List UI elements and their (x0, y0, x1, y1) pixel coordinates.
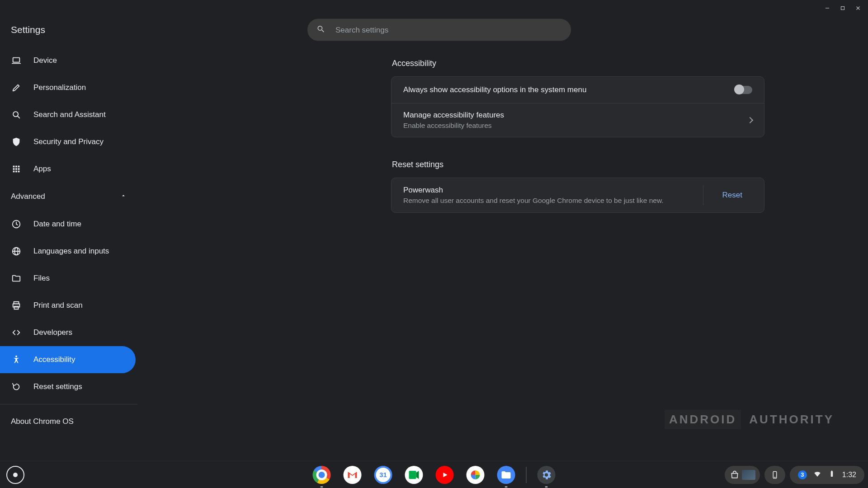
sidebar-item-files[interactable]: Files (0, 265, 136, 292)
app-calendar-icon[interactable]: 31 (374, 466, 392, 484)
svg-point-24 (15, 356, 17, 357)
sidebar-item-label: Date and time (33, 220, 81, 229)
watermark: ANDROID AUTHORITY (665, 410, 839, 429)
sidebar-item-device[interactable]: Device (0, 47, 136, 74)
printer-icon (11, 300, 22, 311)
search-input[interactable] (335, 25, 562, 34)
svg-rect-14 (13, 171, 15, 173)
sidebar-item-developers[interactable]: Developers (0, 319, 136, 346)
row-title: Powerwash (403, 186, 664, 195)
shelf-pinned-apps: 31 (313, 466, 556, 484)
launcher-button[interactable] (6, 466, 24, 484)
laptop-icon (11, 55, 22, 66)
status-tray[interactable]: 3 1:32 (790, 466, 864, 484)
sidebar-item-label: Accessibility (33, 355, 75, 364)
app-files-icon[interactable] (497, 466, 515, 484)
app-header: Settings (0, 16, 868, 43)
clock-text: 1:32 (842, 471, 856, 479)
sidebar-item-label: Search and Assistant (33, 110, 106, 119)
row-subtitle: Enable accessibility features (403, 122, 504, 130)
row-subtitle: Remove all user accounts and reset your … (403, 197, 664, 205)
sidebar-item-label: Developers (33, 328, 72, 337)
svg-rect-12 (15, 168, 17, 170)
section-title-accessibility: Accessibility (392, 59, 764, 68)
row-manage-a11y[interactable]: Manage accessibility features Enable acc… (392, 103, 764, 137)
phone-hub-button[interactable] (764, 466, 785, 484)
app-chrome-icon[interactable] (313, 466, 331, 484)
reset-card: Powerwash Remove all user accounts and r… (391, 178, 764, 213)
sidebar-item-apps[interactable]: Apps (0, 155, 136, 183)
sidebar-item-reset-settings[interactable]: Reset settings (0, 373, 136, 400)
row-powerwash: Powerwash Remove all user accounts and r… (392, 178, 764, 212)
svg-rect-13 (18, 168, 20, 170)
sidebar-item-search-assistant[interactable]: Search and Assistant (0, 101, 136, 128)
search-bar[interactable] (307, 19, 571, 41)
app-photos-icon[interactable] (467, 466, 485, 484)
sidebar-advanced-toggle[interactable]: Advanced (0, 183, 137, 211)
row-label: Always show accessibility options in the… (403, 85, 586, 94)
sidebar-item-accessibility[interactable]: Accessibility (0, 346, 136, 373)
window-maximize-icon[interactable] (836, 2, 849, 14)
window-minimize-icon[interactable] (821, 2, 834, 14)
folder-icon (11, 273, 22, 284)
svg-rect-16 (18, 171, 20, 173)
svg-rect-9 (15, 166, 17, 168)
apps-grid-icon (11, 164, 22, 174)
window-titlebar (0, 0, 868, 16)
tote-thumbnail (742, 470, 755, 480)
shelf: 31 3 1:32 (0, 461, 868, 488)
svg-rect-8 (13, 166, 15, 168)
pencil-icon (11, 82, 22, 93)
svg-rect-31 (831, 470, 832, 471)
sidebar-item-label: Security and Privacy (33, 137, 104, 146)
row-title: Manage accessibility features (403, 111, 504, 120)
sidebar-item-security-privacy[interactable]: Security and Privacy (0, 128, 136, 155)
battery-icon (828, 470, 836, 480)
app-youtube-icon[interactable] (436, 466, 454, 484)
svg-rect-25 (409, 471, 416, 479)
watermark-right: AUTHORITY (745, 410, 839, 429)
toggle-always-show-a11y[interactable] (735, 86, 752, 94)
sidebar-item-print-scan[interactable]: Print and scan (0, 292, 136, 319)
sidebar-item-about[interactable]: About Chrome OS (0, 408, 136, 435)
tote-button[interactable] (725, 466, 760, 484)
shield-icon (11, 136, 22, 147)
svg-rect-30 (831, 471, 833, 477)
search-icon (11, 109, 22, 120)
search-icon (316, 24, 326, 35)
sidebar-item-date-time[interactable]: Date and time (0, 211, 136, 238)
chevron-right-icon (747, 117, 753, 123)
svg-rect-4 (13, 58, 20, 62)
svg-line-7 (18, 116, 20, 118)
app-gmail-icon[interactable] (344, 466, 362, 484)
sidebar-item-label: Reset settings (33, 382, 82, 391)
content-area: Accessibility Always show accessibility … (138, 43, 868, 461)
window-close-icon[interactable] (852, 2, 864, 14)
sidebar: Device Personalization Search and Assist… (0, 43, 138, 461)
reset-icon (11, 381, 22, 392)
sidebar-item-personalization[interactable]: Personalization (0, 74, 136, 101)
accessibility-card: Always show accessibility options in the… (391, 76, 764, 137)
sidebar-item-label: Personalization (33, 83, 86, 92)
svg-marker-27 (443, 473, 448, 477)
sidebar-item-languages[interactable]: Languages and inputs (0, 238, 136, 265)
sidebar-item-label: Device (33, 56, 57, 65)
sidebar-item-label: Apps (33, 164, 51, 174)
row-always-show-a11y[interactable]: Always show accessibility options in the… (392, 77, 764, 103)
sidebar-item-label: Languages and inputs (33, 247, 109, 256)
notification-badge: 3 (798, 470, 807, 479)
app-settings-icon[interactable] (538, 466, 556, 484)
sidebar-item-label: Files (33, 274, 50, 283)
clock-icon (11, 219, 22, 230)
code-icon (11, 327, 22, 338)
svg-rect-11 (13, 168, 15, 170)
globe-icon (11, 246, 22, 257)
sidebar-divider (0, 404, 137, 404)
chevron-up-icon (120, 192, 127, 201)
app-title: Settings (11, 24, 45, 35)
watermark-left: ANDROID (665, 410, 741, 429)
wifi-icon (813, 470, 821, 480)
reset-button[interactable]: Reset (712, 187, 752, 204)
vertical-separator (703, 185, 703, 205)
app-meet-icon[interactable] (405, 466, 423, 484)
